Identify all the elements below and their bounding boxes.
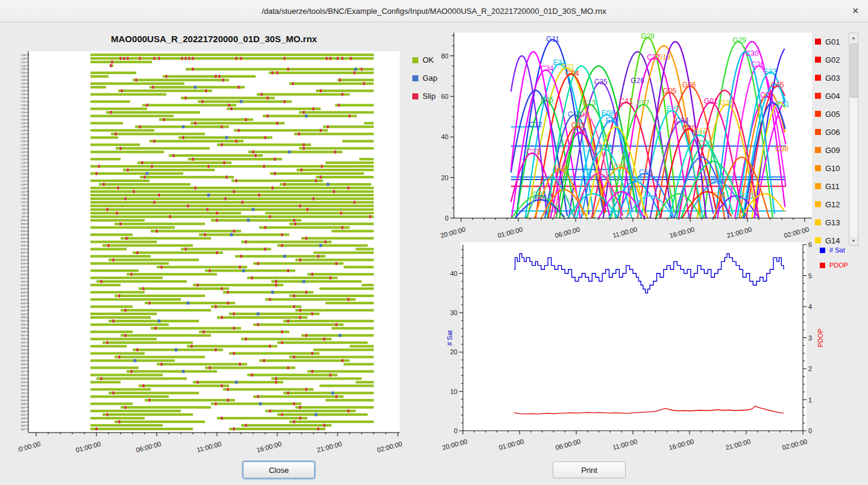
svg-text:G02: G02: [20, 424, 26, 427]
svg-text:G08: G08: [20, 402, 26, 405]
svg-text:C08: C08: [629, 176, 642, 184]
scrollbar-down-icon[interactable]: ▼: [849, 236, 858, 245]
svg-text:G06: G06: [20, 410, 26, 413]
svg-text:G12: G12: [694, 127, 708, 136]
svg-text:J04: J04: [22, 208, 27, 211]
pdop-label: PDOP: [829, 261, 848, 269]
svg-text:J03: J03: [22, 211, 27, 214]
svg-text:E15: E15: [21, 266, 26, 269]
sat-id-label: G11: [825, 182, 840, 191]
close-button[interactable]: Close: [243, 462, 315, 478]
svg-text:C26: C26: [699, 139, 712, 148]
legend-item-G06: G06: [815, 123, 848, 141]
svg-text:C26: C26: [21, 136, 26, 139]
svg-text:G26: G26: [20, 337, 26, 340]
gap-swatch: [412, 75, 418, 81]
ok-label: OK: [423, 55, 434, 64]
nsat-swatch: [820, 248, 825, 253]
scrollbar-up-icon[interactable]: ▲: [849, 33, 858, 42]
svg-text:C33: C33: [21, 114, 26, 117]
svg-text:G30: G30: [20, 323, 26, 326]
sat-id-label: G04: [825, 92, 840, 101]
svg-text:G17: G17: [20, 370, 26, 373]
svg-text:PDOP: PDOP: [817, 328, 824, 347]
svg-text:01:00:00: 01:00:00: [498, 437, 524, 451]
svg-text:E18: E18: [21, 262, 26, 265]
satdop-chart: 0102030400123456# SatPDOP20:00:0001:00:0…: [434, 240, 832, 462]
svg-text:C30: C30: [21, 122, 26, 125]
svg-text:20:00:00: 20:00:00: [441, 437, 468, 451]
svg-text:G14: G14: [20, 381, 26, 384]
svg-text:E25: E25: [21, 244, 26, 247]
elevation-chart: 020406080G11E34G21C34G04E05C25G26G28C32G…: [434, 30, 823, 248]
svg-text:E07: E07: [637, 99, 650, 107]
svg-text:C34: C34: [540, 64, 553, 73]
svg-text:C13: C13: [21, 172, 26, 175]
svg-text:C01: C01: [614, 163, 627, 171]
svg-text:C28: C28: [21, 129, 26, 132]
pdop-legend-item: PDOP: [820, 261, 848, 269]
svg-text:C41: C41: [620, 97, 633, 105]
legend-item-G11: G11: [815, 177, 848, 195]
sat-color-swatch: [815, 165, 821, 171]
svg-text:E27: E27: [21, 237, 26, 240]
svg-text:C42: C42: [21, 82, 26, 85]
svg-text:11:00:00: 11:00:00: [196, 440, 222, 453]
sat-id-label: G02: [825, 55, 840, 64]
svg-text:E05: E05: [541, 96, 554, 104]
svg-text:C44: C44: [574, 127, 587, 136]
sat-id-label: G09: [825, 146, 840, 155]
svg-text:C57: C57: [21, 61, 26, 64]
legend-scrollbar[interactable]: ▲ ▼: [849, 33, 858, 246]
svg-text:E11: E11: [21, 280, 26, 283]
svg-text:G12: G12: [20, 388, 26, 391]
svg-text:C12: C12: [21, 176, 26, 179]
svg-text:G23: G23: [20, 348, 26, 351]
svg-text:C14: C14: [21, 169, 26, 172]
availability-title: MAO000USA_R_20221720000_01D_30S_MO.rnx: [18, 34, 410, 44]
svg-text:G09: G09: [554, 164, 568, 172]
svg-text:G05: G05: [20, 413, 26, 416]
svg-text:C43: C43: [21, 78, 26, 81]
sat-id-label: G13: [825, 218, 840, 227]
svg-text:E33: E33: [764, 67, 777, 76]
svg-text:J07: J07: [22, 204, 27, 207]
svg-text:G21: G21: [20, 355, 26, 358]
svg-text:E15: E15: [599, 143, 612, 152]
svg-text:E33: E33: [21, 226, 26, 229]
svg-text:E04: E04: [21, 302, 26, 305]
svg-text:G11: G11: [546, 35, 559, 43]
scrollbar-thumb[interactable]: [850, 43, 858, 98]
sat-color-swatch: [815, 201, 821, 207]
window-close-icon[interactable]: ✕: [850, 5, 861, 16]
svg-text:G01: G01: [20, 428, 26, 431]
svg-text:02:00:00: 02:00:00: [781, 437, 808, 451]
window-titlebar[interactable]: /data/stuerze/tools/BNC/Example_Configs/…: [0, 0, 868, 22]
svg-text:E31: E31: [21, 230, 26, 233]
ok-swatch: [412, 57, 418, 63]
svg-text:16:00:00: 16:00:00: [668, 225, 695, 239]
satellite-legend[interactable]: G01G02G03G04G05G06G09G10G11G12G13G14: [815, 33, 848, 246]
svg-text:C16: C16: [21, 165, 26, 168]
print-button[interactable]: Print: [553, 462, 626, 478]
svg-text:40: 40: [450, 270, 458, 277]
svg-text:J02: J02: [22, 215, 27, 218]
svg-text:E31: E31: [776, 100, 790, 108]
svg-text:C45: C45: [770, 81, 784, 89]
svg-text:E07: E07: [21, 295, 26, 298]
svg-text:01:00:00: 01:00:00: [75, 440, 101, 454]
svg-text:16:00:00: 16:00:00: [668, 437, 694, 451]
svg-text:E06: E06: [21, 298, 26, 301]
svg-text:C34: C34: [21, 111, 26, 114]
svg-text:C59: C59: [639, 168, 652, 177]
svg-text:C08: C08: [21, 187, 26, 190]
rinex-qc-window: { "window": { "title": "/data/stuerze/to…: [0, 0, 868, 485]
legend-item-G01: G01: [815, 33, 848, 51]
svg-text:E08: E08: [21, 291, 26, 294]
svg-text:30: 30: [450, 309, 458, 316]
sat-color-swatch: [815, 183, 821, 189]
slip-swatch: [412, 93, 418, 99]
svg-text:06:00:00: 06:00:00: [554, 225, 580, 239]
sat-id-label: G03: [825, 74, 840, 83]
svg-text:C06: C06: [21, 193, 26, 196]
